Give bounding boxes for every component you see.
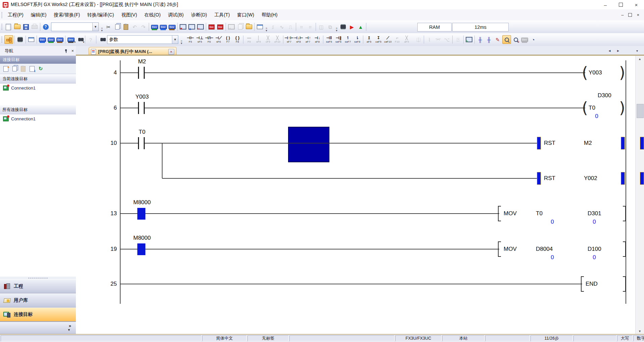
coil-button[interactable]: ( )F7 (223, 34, 233, 45)
connection-group-header-0[interactable]: 当前连接目标 (0, 74, 76, 83)
new-project-button[interactable] (4, 23, 12, 31)
toolbar2-grip[interactable] (1, 36, 3, 43)
minimize-button[interactable]: – (598, 0, 613, 9)
ram-to-rom-button[interactable]: Dev (208, 23, 216, 31)
maximize-button[interactable] (613, 0, 629, 9)
help2-button[interactable]: ? (87, 36, 95, 44)
pulse-open-button[interactable]: ↿saF7 (343, 34, 353, 45)
note-button[interactable]: ⌤ (434, 36, 442, 44)
vertical-line-button[interactable]: │sF9 (254, 34, 263, 45)
child-minimize-button[interactable]: – (621, 12, 624, 17)
connection-item-0-0[interactable]: Connection1 (0, 83, 76, 92)
contact-bar[interactable] (144, 67, 145, 79)
device-memory-list-button[interactable]: Dev (47, 36, 55, 44)
tab-close-button[interactable]: ✕ (168, 49, 174, 55)
new-connection-button[interactable]: + (1, 65, 10, 73)
close-branch-button[interactable]: ⊣⟋sF6 (214, 34, 223, 45)
watch-stop-button[interactable]: ⌗ (306, 23, 314, 31)
write-to-plc-button[interactable]: ▼ (179, 23, 187, 31)
contact-bar[interactable] (144, 137, 145, 149)
plc-user-data-button[interactable] (236, 23, 244, 31)
open-branch-button[interactable]: ⊣⊥sF5 (195, 34, 204, 45)
navigation-close-icon[interactable]: × (71, 48, 74, 53)
menu-item-9[interactable]: 窗口(W) (233, 11, 258, 19)
scroll-up-arrow[interactable]: ▲ (636, 56, 644, 62)
falling-pulse-button[interactable]: ⊣↓⊢sF8 (294, 34, 303, 45)
find-combo-dropdown-arrow[interactable]: ▼ (172, 36, 178, 44)
pulse-equal-button[interactable]: ⊣‖saF5 (324, 34, 334, 45)
remote-operation-button[interactable]: ⇄ (227, 23, 235, 31)
device-search-dropdown[interactable]: ▾ (76, 36, 84, 44)
trace-graph-button[interactable]: ∿ (278, 23, 286, 31)
ladder-edit-button[interactable]: ✎ (494, 36, 502, 44)
rom-transfer-button[interactable]: Dev (216, 23, 224, 31)
toolbar-overflow-chevron[interactable]: »▾ (335, 22, 338, 32)
contact-energized-M8000[interactable] (137, 243, 145, 255)
note-edit-button[interactable]: ⌥ (443, 36, 451, 44)
pin-icon[interactable] (64, 49, 68, 53)
tile-windows-button[interactable]: ◫ (317, 23, 325, 31)
contact-bar[interactable] (144, 102, 145, 114)
open-contact-button[interactable]: ⊣⊢F5 (186, 34, 195, 45)
instruction-open-bracket-active[interactable] (537, 137, 541, 150)
nav-view-button-lib[interactable]: 用户库 (0, 293, 76, 307)
device-comment-list-button[interactable]: Dev (38, 36, 46, 44)
help-button[interactable]: ? (42, 23, 50, 31)
panel-splitter[interactable] (0, 277, 76, 279)
device-batch-button[interactable]: Dev (168, 23, 176, 31)
device-display-dropdown[interactable]: Dev▾ (67, 36, 75, 44)
monitor-condition-button[interactable]: ◔ (529, 36, 537, 44)
rising-pulse-branch-button[interactable]: ⊣↑aF7 (303, 34, 313, 45)
menu-item-4[interactable]: 视图(V) (118, 11, 141, 19)
menu-item-7[interactable]: 诊断(D) (187, 11, 211, 19)
menu-item-10[interactable]: 帮助(H) (258, 11, 281, 19)
project-combo[interactable]: ▼ (51, 22, 99, 31)
intelligent-module-button[interactable] (339, 23, 347, 31)
contact-bar[interactable] (138, 67, 139, 79)
comment-display-button[interactable]: ✎ (465, 36, 473, 44)
connection-group-header-1[interactable]: 所有连接目标 (0, 105, 76, 114)
pc-monitor-button[interactable] (256, 23, 264, 31)
menu-item-6[interactable]: 调试(B) (164, 11, 187, 19)
menu-item-8[interactable]: 工具(T) (211, 11, 233, 19)
child-close-button[interactable]: × (637, 12, 639, 17)
close-button[interactable]: × (629, 0, 644, 9)
contact-bar[interactable] (138, 137, 139, 149)
pulse-close-button[interactable]: ⇂saF8 (353, 34, 362, 45)
print-button[interactable] (31, 23, 39, 31)
connection-property-button[interactable]: i (28, 65, 36, 73)
vertical-scrollbar[interactable]: ▲ ▼ (635, 56, 644, 335)
toolbar-overflow-chevron[interactable]: »▾ (265, 22, 268, 32)
verify-with-plc-button[interactable]: ≍ (196, 23, 204, 31)
device-comment-button[interactable]: Dev (150, 23, 158, 31)
find-combo[interactable]: 参数▼ (107, 35, 178, 44)
wire-delete-button[interactable]: ╫ (485, 36, 493, 44)
falling-pulse-branch-button[interactable]: ⊣↓aF8 (313, 34, 322, 45)
nav-view-button-conn[interactable]: 连接目标 (0, 307, 76, 322)
tab-scroll-arrows[interactable]: ◂ ▸ (609, 48, 622, 53)
configure-buttons-arrow[interactable]: ▼ (67, 328, 71, 332)
close-contact-button[interactable]: ⊣/⊢F6 (204, 34, 214, 45)
project-combo-dropdown-arrow[interactable]: ▼ (92, 23, 98, 31)
trace-forward-button[interactable]: ⎎ (269, 23, 277, 31)
navigation-toggle-button[interactable] (4, 35, 13, 44)
wire-insert-button[interactable]: ╫ (476, 36, 484, 44)
statement-button[interactable]: ⌇ (425, 36, 433, 44)
scrollbar-thumb[interactable] (637, 104, 644, 118)
contact-energized-M8000[interactable] (137, 208, 145, 220)
ladder-editor[interactable]: 4M2(Y003)6Y003(T0)D300010T0RSTM2RSTY0021… (76, 56, 636, 335)
device-memory-button[interactable]: Dev (159, 23, 167, 31)
watch-start-button[interactable]: ⌗ (297, 23, 306, 31)
read-from-plc-button[interactable]: ▲ (188, 23, 196, 31)
menu-item-2[interactable]: 搜索/替换(F) (50, 11, 84, 19)
connection-item-1-0[interactable]: Connection1 (0, 114, 76, 123)
cascade-windows-button[interactable]: ⧉ (326, 23, 334, 31)
coil-open-paren[interactable]: ( (582, 65, 588, 80)
menubar-grip[interactable] (1, 11, 3, 19)
declaration-button[interactable]: ⍰ (454, 36, 462, 44)
menu-item-5[interactable]: 在线(O) (141, 11, 164, 19)
device-test-button[interactable]: Dev (520, 36, 528, 44)
toolbar-overflow-chevron[interactable]: »▾ (100, 22, 104, 32)
device-init-button[interactable]: Dev (56, 36, 64, 44)
copy-button[interactable] (113, 23, 121, 31)
